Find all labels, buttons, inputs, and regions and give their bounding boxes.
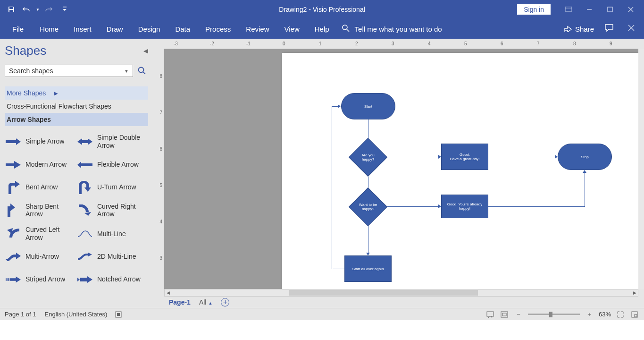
redo-icon[interactable] (42, 3, 56, 16)
arrowhead-icon (583, 170, 586, 173)
presentation-mode-icon[interactable] (485, 310, 495, 319)
search-shapes-input[interactable]: Search shapes ▼ (5, 65, 133, 77)
collapse-panel-icon[interactable]: ◀ (143, 47, 148, 54)
zoom-out-icon[interactable]: − (514, 310, 523, 319)
statusbar: Page 1 of 1 English (United States) − + … (0, 308, 644, 320)
svg-point-10 (139, 68, 144, 73)
zoom-slider-thumb[interactable] (549, 312, 552, 317)
close-icon[interactable] (621, 0, 640, 19)
category-cross-functional[interactable]: Cross-Functional Flowchart Shapes (5, 100, 148, 113)
flowchart-stop[interactable]: Stop (558, 144, 612, 170)
close-pane-icon[interactable] (628, 25, 635, 33)
flowchart-process-already[interactable]: Good. You're already happy! (441, 195, 488, 218)
undo-icon[interactable] (20, 3, 33, 16)
tab-home[interactable]: Home (32, 20, 66, 38)
chevron-up-icon: ▲ (208, 301, 212, 306)
shape-notched-arrow[interactable]: Notched Arrow (76, 268, 148, 291)
flowchart-decision-want[interactable]: Want to be happy? (349, 187, 387, 226)
connector (585, 172, 585, 207)
svg-rect-0 (565, 7, 572, 11)
tellme-search[interactable]: Tell me what you want to do (342, 24, 442, 34)
shapes-panel: Shapes ◀ Search shapes ▼ More Shapes ▶ C… (0, 39, 153, 308)
category-arrow-shapes[interactable]: Arrow Shapes (5, 113, 148, 126)
sharp-bent-icon (6, 204, 21, 216)
shape-flexible-arrow[interactable]: Flexible Arrow (76, 153, 148, 176)
share-label: Share (575, 25, 594, 33)
flowchart-decision-happy[interactable]: Are you happy? (349, 138, 387, 177)
undo-dropdown-icon[interactable]: ▼ (35, 3, 41, 16)
modern-arrow-icon (6, 159, 21, 170)
shape-2d-multi-line[interactable]: 2D Multi-Line (76, 246, 148, 268)
shape-uturn-arrow[interactable]: U-Turn Arrow (76, 176, 148, 199)
zoom-in-icon[interactable]: + (585, 310, 594, 319)
qat-customize-icon[interactable] (61, 3, 68, 16)
category-more-shapes[interactable]: More Shapes ▶ (5, 86, 148, 100)
shape-sharp-bent-arrow[interactable]: Sharp Bent Arrow (5, 199, 76, 222)
flowchart-process-good[interactable]: Good. Have a great day! (441, 144, 488, 170)
tab-review[interactable]: Review (238, 20, 276, 38)
comments-icon[interactable] (604, 24, 614, 34)
shape-bent-arrow[interactable]: Bent Arrow (5, 176, 76, 199)
vertical-scrollbar[interactable] (638, 49, 644, 289)
add-page-button[interactable]: + (221, 298, 229, 306)
canvas-viewport[interactable]: Start Are you happy? Good. Have a great … (164, 49, 638, 289)
maximize-icon[interactable] (601, 0, 619, 19)
search-placeholder: Search shapes (9, 67, 53, 75)
shape-simple-double-arrow[interactable]: Simple Double Arrow (76, 130, 148, 153)
statusbar-right: − + 63% (485, 310, 639, 319)
tab-file[interactable]: File (4, 20, 32, 38)
ribbon-display-icon[interactable] (559, 0, 578, 19)
striped-arrow-icon (6, 274, 21, 285)
double-arrow-icon (77, 136, 92, 147)
horizontal-scrollbar[interactable]: ◀ ▶ (164, 289, 638, 297)
scrollbar-thumb[interactable] (289, 290, 478, 296)
tab-process[interactable]: Process (198, 20, 238, 38)
shapes-title: Shapes (5, 43, 46, 58)
language-indicator[interactable]: English (United States) (45, 311, 108, 318)
shape-multi-arrow[interactable]: Multi-Arrow (5, 246, 76, 268)
main-area: Shapes ◀ Search shapes ▼ More Shapes ▶ C… (0, 39, 644, 308)
signin-button[interactable]: Sign in (517, 4, 551, 15)
simple-arrow-icon (6, 136, 21, 147)
zoom-level[interactable]: 63% (599, 311, 611, 318)
fit-page-icon[interactable] (500, 310, 509, 319)
save-icon[interactable] (5, 3, 18, 16)
uturn-arrow-icon (77, 182, 92, 193)
scroll-left-icon[interactable]: ◀ (165, 289, 171, 296)
zoom-slider[interactable] (528, 314, 580, 315)
shape-grid: Simple Arrow Simple Double Arrow Modern … (5, 130, 148, 291)
notched-arrow-icon (77, 274, 92, 285)
flowchart-process-restart[interactable]: Start all over again (344, 255, 392, 282)
svg-rect-19 (501, 312, 508, 317)
svg-rect-3 (608, 7, 612, 12)
tab-insert[interactable]: Insert (66, 20, 99, 38)
shape-multi-line[interactable]: Multi-Line (76, 222, 148, 246)
tab-data[interactable]: Data (167, 20, 198, 38)
tab-help[interactable]: Help (307, 20, 337, 38)
tab-all-pages[interactable]: All ▲ (199, 298, 212, 306)
svg-rect-22 (635, 314, 637, 317)
search-dropdown-icon[interactable]: ▼ (124, 68, 129, 74)
horizontal-ruler: -3 -2 -1 0 1 2 3 4 5 6 7 8 9 (164, 39, 638, 49)
scroll-right-icon[interactable]: ▶ (631, 289, 638, 296)
pan-zoom-icon[interactable] (630, 310, 639, 319)
2d-multi-line-icon (77, 251, 92, 263)
shape-curved-left-arrow[interactable]: Curved Left Arrow (5, 222, 76, 246)
tab-draw[interactable]: Draw (99, 20, 131, 38)
fit-window-icon[interactable] (616, 310, 625, 319)
search-button[interactable] (136, 65, 148, 77)
share-button[interactable]: Share (564, 25, 594, 34)
macro-recorder-icon[interactable] (114, 310, 123, 319)
drawing-page[interactable]: Start Are you happy? Good. Have a great … (282, 53, 638, 289)
tab-page-1[interactable]: Page-1 (169, 298, 191, 306)
svg-line-11 (143, 72, 145, 74)
tab-view[interactable]: View (276, 20, 307, 38)
shape-curved-right-arrow[interactable]: Curved Right Arrow (76, 199, 148, 222)
shape-striped-arrow[interactable]: Striped Arrow (5, 268, 76, 291)
flowchart-start[interactable]: Start (341, 93, 395, 119)
shape-modern-arrow[interactable]: Modern Arrow (5, 153, 76, 176)
minimize-icon[interactable] (580, 0, 599, 19)
search-icon (342, 24, 350, 34)
tab-design[interactable]: Design (131, 20, 168, 38)
shape-simple-arrow[interactable]: Simple Arrow (5, 130, 76, 153)
